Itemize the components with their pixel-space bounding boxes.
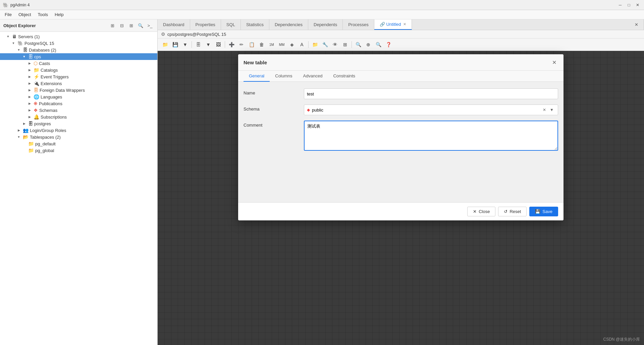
tab-dependencies[interactable]: Dependencies — [269, 19, 308, 30]
new-table-modal: New table ✕ General Columns — [238, 54, 564, 220]
tree-item-cps[interactable]: ▼ 🗄 cps — [0, 53, 157, 60]
tree-item-schemas[interactable]: ▶ ❖ Schemas — [0, 107, 157, 114]
fit-button[interactable]: ⊕ — [364, 40, 373, 49]
schema-dropdown-button[interactable]: ▼ — [548, 107, 555, 113]
roles-toggle[interactable]: ▶ — [16, 128, 21, 133]
connect-dropdown-button[interactable]: ▼ — [204, 40, 213, 49]
grid-button[interactable]: ⊞ — [340, 40, 350, 49]
tree-item-subscriptions[interactable]: ▶ 🔔 Subscriptions — [0, 114, 157, 120]
tree-item-catalogs[interactable]: ▶ 📁 Catalogs — [0, 67, 157, 73]
save-button[interactable]: 💾 — [170, 40, 180, 49]
tab-sql[interactable]: SQL — [221, 19, 241, 30]
tree-item-databases[interactable]: ▼ 🗄 Databases (2) — [0, 47, 157, 53]
tab-untitled[interactable]: 🔗 Untitled ✕ — [374, 19, 412, 30]
postgres-icon: 🗄 — [28, 121, 33, 126]
databases-icon: 🗄 — [23, 47, 28, 53]
comment-textarea[interactable]: 测试表 — [304, 121, 558, 151]
filter-button[interactable]: ◈ — [287, 40, 297, 49]
cps-toggle[interactable]: ▼ — [21, 54, 27, 59]
databases-toggle[interactable]: ▼ — [16, 47, 21, 53]
tree-item-publications[interactable]: ▶ ❋ Publications — [0, 100, 157, 107]
watermark: CSDN @迷失的小库 — [603, 337, 640, 342]
close-tab-button[interactable]: ✕ — [629, 19, 644, 30]
modal-tab-constraints[interactable]: Constraints — [328, 71, 361, 82]
servers-toggle[interactable]: ▼ — [5, 34, 11, 39]
cps-label: cps — [34, 54, 41, 59]
tree-item-casts[interactable]: ▶ ⬡ Casts — [0, 60, 157, 67]
help-button[interactable]: ❓ — [384, 40, 393, 49]
save-dropdown-button[interactable]: ▼ — [180, 40, 190, 49]
publications-toggle[interactable]: ▶ — [27, 101, 32, 106]
zoom-in-button[interactable]: 🔍 — [354, 40, 363, 49]
save-icon: 💾 — [535, 209, 540, 214]
menu-tools[interactable]: Tools — [35, 11, 51, 18]
add-button[interactable]: ➕ — [227, 40, 236, 49]
text-button[interactable]: A — [297, 40, 307, 49]
create-group-button[interactable]: ⊞ — [108, 21, 116, 29]
schemas-toggle[interactable]: ▶ — [27, 108, 32, 113]
properties-button[interactable]: ⊞ — [127, 21, 135, 29]
editor-toolbar: 📁 💾 ▼ 🗄 ▼ 🖼 ➕ ✏ 📋 🗑 1M MM ◈ A 📁 🔧 👁 — [158, 39, 644, 51]
delete-button[interactable]: 🗑 — [257, 40, 266, 49]
tab-close-icon[interactable]: ✕ — [403, 22, 406, 26]
tree-item-postgres-db[interactable]: ▶ 🗄 postgres — [0, 120, 157, 127]
close-window-button[interactable]: ✕ — [634, 1, 641, 9]
edit-button[interactable]: ✏ — [237, 40, 246, 49]
tree-item-event-triggers[interactable]: ▶ ⚡ Event Triggers — [0, 73, 157, 80]
mm-button[interactable]: MM — [277, 40, 286, 49]
image-button[interactable]: 🖼 — [214, 40, 223, 49]
menu-object[interactable]: Object — [15, 11, 35, 18]
name-input[interactable] — [304, 88, 558, 99]
tree-item-extensions[interactable]: ▶ 🔌 Extensions — [0, 80, 157, 87]
query-tool-button[interactable]: >_ — [146, 21, 154, 29]
copy-button[interactable]: 📋 — [247, 40, 256, 49]
tab-dashboard[interactable]: Dashboard — [158, 19, 190, 30]
maximize-button[interactable]: □ — [625, 1, 633, 9]
tree-item-postgresql[interactable]: ▼ 🐘 PostgreSQL 15 — [0, 40, 157, 47]
save-button[interactable]: 💾 Save — [529, 207, 558, 216]
tree-item-fdw[interactable]: ▶ 🗄 Foreign Data Wrappers — [0, 87, 157, 93]
search-object-button[interactable]: 🔍 — [137, 21, 145, 29]
connect-button[interactable]: 🗄 — [194, 40, 203, 49]
tab-dependents[interactable]: Dependents — [308, 19, 343, 30]
modal-close-button[interactable]: ✕ — [550, 58, 558, 66]
schema-value: public — [312, 108, 541, 113]
pg15-toggle[interactable]: ▼ — [11, 41, 16, 46]
tab-statistics[interactable]: Statistics — [241, 19, 269, 30]
languages-toggle[interactable]: ▶ — [27, 94, 32, 99]
tree-item-roles[interactable]: ▶ 👥 Login/Group Roles — [0, 127, 157, 134]
tablespaces-toggle[interactable]: ▼ — [16, 134, 21, 140]
menu-file[interactable]: File — [1, 11, 15, 18]
menu-help[interactable]: Help — [51, 11, 67, 18]
tree-item-pg-default[interactable]: ▶ 📁 pg_default — [0, 140, 157, 147]
extensions-toggle[interactable]: ▶ — [27, 81, 32, 86]
1m-button[interactable]: 1M — [267, 40, 276, 49]
modal-tab-columns[interactable]: Columns — [270, 71, 298, 82]
modal-tab-advanced[interactable]: Advanced — [298, 71, 328, 82]
tab-processes[interactable]: Processes — [343, 19, 374, 30]
zoom-out-button[interactable]: 🔍 — [374, 40, 383, 49]
schema-clear-button[interactable]: ✕ — [541, 107, 548, 113]
modal-tab-general[interactable]: General — [244, 71, 270, 82]
tree-item-tablespaces[interactable]: ▼ 📂 Tablespaces (2) — [0, 134, 157, 140]
fdw-toggle[interactable]: ▶ — [27, 87, 32, 93]
settings-button[interactable]: 🔧 — [320, 40, 330, 49]
reset-button[interactable]: ↺ Reset — [498, 207, 527, 216]
event-triggers-toggle[interactable]: ▶ — [27, 74, 32, 79]
view-table-button[interactable]: ⊟ — [118, 21, 126, 29]
casts-toggle[interactable]: ▶ — [27, 61, 32, 66]
folder-button[interactable]: 📁 — [310, 40, 320, 49]
toolbar-sep-1 — [192, 41, 192, 48]
schema-select[interactable]: ◆ public ✕ ▼ — [304, 105, 558, 115]
tree-item-pg-global[interactable]: ▶ 📁 pg_global — [0, 147, 157, 154]
postgres-toggle[interactable]: ▶ — [21, 121, 27, 126]
tree-item-languages[interactable]: ▶ 🌐 Languages — [0, 93, 157, 100]
preview-button[interactable]: 👁 — [330, 40, 340, 49]
open-file-button[interactable]: 📁 — [160, 40, 170, 49]
tab-properties[interactable]: Properties — [190, 19, 221, 30]
minimize-button[interactable]: ─ — [616, 1, 624, 9]
tree-item-servers[interactable]: ▼ 🖥 Servers (1) — [0, 33, 157, 40]
subscriptions-toggle[interactable]: ▶ — [27, 114, 32, 120]
close-button[interactable]: ✕ Close — [467, 207, 495, 216]
catalogs-toggle[interactable]: ▶ — [27, 67, 32, 73]
